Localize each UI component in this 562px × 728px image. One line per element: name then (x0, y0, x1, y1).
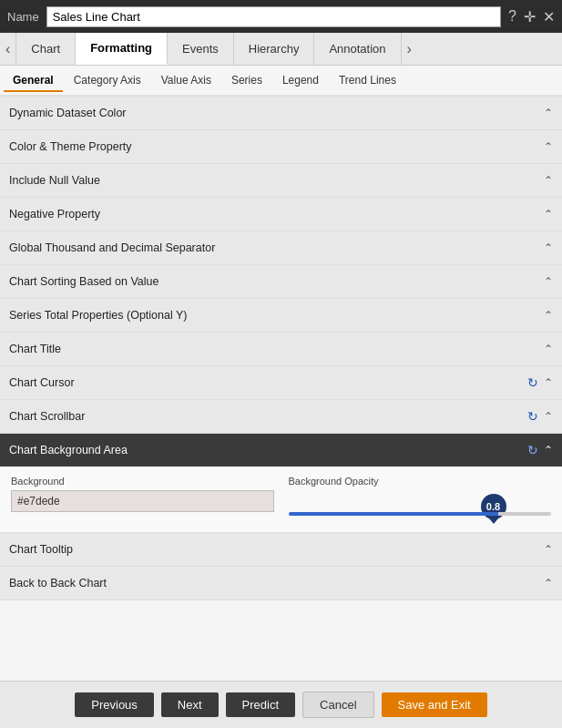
chevron-up-icon: ⌃ (544, 275, 553, 288)
chevron-up-icon: ⌃ (544, 140, 553, 153)
chevron-up-icon: ⌃ (544, 241, 553, 254)
subtab-legend[interactable]: Legend (273, 70, 328, 92)
subtab-bar: General Category Axis Value Axis Series … (0, 66, 562, 97)
accordion-header-chart-title[interactable]: Chart Title ⌃ (0, 333, 562, 365)
name-label: Name (7, 10, 39, 24)
accordion-title-back-to-back: Back to Back Chart (9, 577, 107, 590)
accordion-title-chart-scrollbar: Chart Scrollbar (9, 410, 85, 423)
accordion-title-chart-title: Chart Title (9, 343, 61, 355)
predict-button[interactable]: Predict (226, 692, 295, 717)
save-exit-button[interactable]: Save and Exit (382, 692, 487, 717)
subtab-general[interactable]: General (4, 70, 63, 92)
refresh-icon[interactable]: ↻ (527, 443, 538, 457)
accordion-title-chart-tooltip: Chart Tooltip (9, 543, 73, 556)
accordion-title-chart-cursor: Chart Cursor (9, 376, 75, 389)
accordion-back-to-back: Back to Back Chart ⌃ (0, 567, 562, 600)
accordion-chart-sorting: Chart Sorting Based on Value ⌃ (0, 265, 562, 299)
tab-events[interactable]: Events (168, 33, 234, 65)
tab-chart[interactable]: Chart (15, 33, 76, 65)
accordion-title-global-separator: Global Thousand and Decimal Separator (9, 241, 215, 254)
accordion-header-chart-tooltip[interactable]: Chart Tooltip ⌃ (0, 533, 562, 566)
accordion-include-null: Include Null Value ⌃ (0, 164, 562, 198)
accordion-title-dynamic-dataset: Dynamic Dataset Color (9, 107, 127, 119)
accordion-header-chart-background[interactable]: Chart Background Area ↻ ⌃ (0, 434, 562, 467)
previous-button[interactable]: Previous (75, 692, 154, 717)
accordion-header-chart-cursor[interactable]: Chart Cursor ↻ ⌃ (0, 366, 562, 399)
accordion-series-total: Series Total Properties (Optional Y) ⌃ (0, 299, 562, 333)
tab-right-arrow[interactable]: › (402, 33, 417, 65)
accordion-title-chart-sorting: Chart Sorting Based on Value (9, 275, 158, 288)
chevron-up-icon: ⌃ (544, 577, 553, 590)
chart-name-input[interactable] (46, 6, 501, 27)
cancel-button[interactable]: Cancel (302, 692, 373, 718)
slider-track (289, 512, 552, 516)
accordion-title-series-total: Series Total Properties (Optional Y) (9, 309, 187, 322)
chevron-up-icon: ⌃ (544, 343, 553, 355)
chevron-up-icon: ⌃ (544, 543, 553, 556)
header-icons: ? ✛ ✕ (508, 8, 555, 26)
subtab-trend-lines[interactable]: Trend Lines (330, 70, 405, 92)
accordion-title-negative-property: Negative Property (9, 208, 100, 220)
accordion-chart-title: Chart Title ⌃ (0, 333, 562, 366)
bg-color-input[interactable] (11, 490, 274, 512)
accordion-title-color-theme: Color & Theme Property (9, 140, 132, 153)
chevron-up-icon: ⌃ (544, 376, 553, 389)
accordion-header-negative-property[interactable]: Negative Property ⌃ (0, 198, 562, 231)
accordion-body-chart-background: Background Background Opacity 0.8 (0, 467, 562, 532)
accordion-color-theme: Color & Theme Property ⌃ (0, 130, 562, 164)
accordion-chart-cursor: Chart Cursor ↻ ⌃ (0, 366, 562, 400)
header: Name ? ✛ ✕ (0, 0, 562, 33)
accordion-header-color-theme[interactable]: Color & Theme Property ⌃ (0, 130, 562, 163)
opacity-slider[interactable]: 0.8 (289, 494, 552, 521)
move-icon[interactable]: ✛ (524, 8, 536, 26)
accordion-negative-property: Negative Property ⌃ (0, 198, 562, 231)
chevron-up-icon: ⌃ (544, 174, 553, 187)
accordion-header-dynamic-dataset[interactable]: Dynamic Dataset Color ⌃ (0, 97, 562, 129)
chevron-up-icon: ⌃ (544, 444, 553, 456)
accordion-title-chart-background: Chart Background Area (9, 444, 128, 456)
tab-left-arrow[interactable]: ‹ (0, 33, 15, 65)
tab-bar: ‹ Chart Formatting Events Hierarchy Anno… (0, 33, 562, 66)
subtab-value-axis[interactable]: Value Axis (152, 70, 220, 92)
close-icon[interactable]: ✕ (543, 8, 555, 26)
accordion-dynamic-dataset: Dynamic Dataset Color ⌃ (0, 97, 562, 130)
chevron-up-icon: ⌃ (544, 309, 553, 322)
tab-formatting[interactable]: Formatting (76, 33, 168, 65)
accordion-header-series-total[interactable]: Series Total Properties (Optional Y) ⌃ (0, 299, 562, 332)
subtab-category-axis[interactable]: Category Axis (65, 70, 150, 92)
tab-annotation[interactable]: Annotation (314, 33, 401, 65)
help-icon[interactable]: ? (508, 8, 516, 26)
accordion-chart-tooltip: Chart Tooltip ⌃ (0, 533, 562, 567)
footer: Previous Next Predict Cancel Save and Ex… (0, 681, 562, 728)
chevron-up-icon: ⌃ (544, 107, 553, 119)
opacity-label: Background Opacity (289, 476, 552, 487)
accordion-chart-background: Chart Background Area ↻ ⌃ Background Bac… (0, 434, 562, 533)
tab-hierarchy[interactable]: Hierarchy (234, 33, 315, 65)
subtab-series[interactable]: Series (222, 70, 271, 92)
refresh-icon[interactable]: ↻ (527, 375, 538, 390)
accordion-header-chart-scrollbar[interactable]: Chart Scrollbar ↻ ⌃ (0, 400, 562, 433)
next-button[interactable]: Next (161, 692, 219, 717)
chevron-up-icon: ⌃ (544, 208, 553, 220)
refresh-icon[interactable]: ↻ (527, 409, 538, 424)
accordion-global-separator: Global Thousand and Decimal Separator ⌃ (0, 231, 562, 265)
accordion-header-chart-sorting[interactable]: Chart Sorting Based on Value ⌃ (0, 265, 562, 298)
accordion-header-global-separator[interactable]: Global Thousand and Decimal Separator ⌃ (0, 231, 562, 264)
bg-field-label: Background (11, 476, 274, 487)
accordion-title-include-null: Include Null Value (9, 174, 100, 187)
accordion-chart-scrollbar: Chart Scrollbar ↻ ⌃ (0, 400, 562, 434)
accordion-header-back-to-back[interactable]: Back to Back Chart ⌃ (0, 567, 562, 600)
chevron-up-icon: ⌃ (544, 410, 553, 423)
accordion-header-include-null[interactable]: Include Null Value ⌃ (0, 164, 562, 197)
accordion-list: Dynamic Dataset Color ⌃ Color & Theme Pr… (0, 97, 562, 681)
